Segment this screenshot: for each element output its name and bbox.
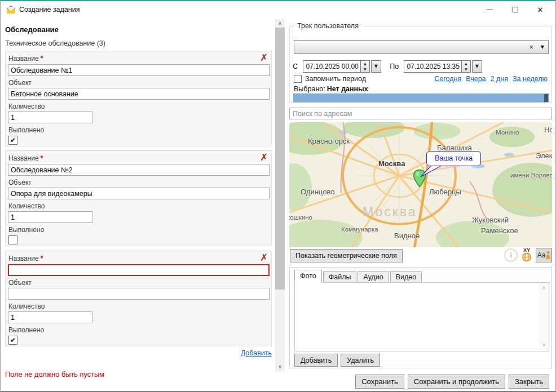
done-checkbox[interactable] (8, 235, 17, 244)
object-input[interactable] (8, 88, 270, 100)
link-yesterday[interactable]: Вчера (466, 75, 486, 83)
spin-up-icon: ▲ (361, 61, 369, 66)
name-input[interactable] (8, 164, 270, 176)
quantity-input[interactable] (8, 311, 92, 323)
done-checkbox[interactable]: ✔ (8, 336, 17, 345)
name-input-invalid[interactable] (8, 264, 270, 276)
scroll-down-icon[interactable]: ∨ (275, 363, 285, 372)
to-datetime-value: 07.10.2025 13:35 (404, 61, 461, 72)
to-label: По (390, 63, 399, 70)
survey-card-1: Название* ✗ Объект Количество Выполнено … (5, 51, 272, 146)
object-label: Объект (8, 179, 32, 186)
tab-photo[interactable]: Фото (294, 270, 322, 283)
name-label: Название* (8, 55, 43, 63)
groupbox-title: Трек пользователя (294, 22, 361, 30)
quantity-input[interactable] (8, 211, 92, 223)
required-asterisk: * (41, 154, 43, 162)
tab-audio[interactable]: Аудио (358, 271, 389, 283)
link-week[interactable]: За неделю (513, 75, 548, 83)
quantity-input[interactable] (8, 112, 92, 123)
tab-video[interactable]: Видео (390, 271, 422, 283)
required-asterisk: * (41, 255, 43, 262)
map-canvas[interactable]: Красногорск Реутов Москва Балашиха Монин… (289, 122, 552, 247)
tab-files[interactable]: Файлы (323, 271, 357, 283)
map-label: Элек (536, 152, 552, 160)
close-dialog-button[interactable]: Закрыть (509, 375, 549, 389)
scroll-up-icon[interactable]: ∧ (539, 284, 549, 293)
left-scrollbar[interactable]: ∧ ∨ (275, 19, 285, 372)
map-label: Одинцово (301, 188, 334, 196)
to-spinner[interactable]: ▲▼ (461, 61, 470, 72)
delete-card-icon[interactable]: ✗ (258, 52, 270, 63)
track-timeline-bar[interactable] (293, 93, 549, 103)
selected-value: Нет данных (327, 85, 368, 93)
object-label: Объект (8, 279, 32, 287)
name-input[interactable] (8, 64, 270, 76)
scroll-down-icon[interactable]: ∨ (539, 341, 549, 350)
map-label: Но (544, 126, 552, 134)
map-label: Видное (394, 231, 420, 240)
app-envelope-icon (6, 5, 16, 14)
user-combobox[interactable]: × ▼ (294, 40, 549, 54)
globe-icon (522, 252, 532, 262)
address-search-input[interactable] (289, 108, 552, 119)
scroll-up-icon[interactable]: ∧ (275, 19, 285, 28)
user-track-groupbox: Трек пользователя × ▼ С 07.10.2025 00:00… (289, 26, 552, 103)
info-icon[interactable]: i (504, 248, 518, 262)
delete-card-icon[interactable]: ✗ (258, 152, 270, 163)
save-and-continue-button[interactable]: Сохранить и продолжить (408, 375, 505, 389)
check-icon: ✔ (10, 336, 16, 344)
remember-period-label: Запомнить период (305, 75, 366, 83)
section-title: Обследование (5, 25, 59, 34)
combo-clear-icon[interactable]: × (529, 43, 533, 51)
subsection-title: Техническое обследование (3) (5, 39, 105, 47)
from-datetime-picker[interactable]: 07.10.2025 00:00 ▲▼ (303, 60, 369, 73)
done-label: Выполнено (8, 226, 44, 234)
map-label: Монино (496, 129, 519, 136)
attachment-tabs: Фото Файлы Аудио Видео (294, 270, 423, 283)
from-datetime-value: 07.10.2025 00:00 (303, 61, 360, 72)
your-point-tooltip: Ваша точка (426, 151, 481, 166)
to-datetime-picker[interactable]: 07.10.2025 13:35 ▲▼ (404, 60, 470, 73)
add-attachment-button[interactable]: Добавить (294, 354, 338, 367)
map-label: Коммунарка (341, 226, 378, 233)
attachments-box: Фото Файлы Аудио Видео ∧ ∨ Добавить Удал… (289, 267, 552, 368)
delete-attachment-button[interactable]: Удалить (341, 354, 380, 367)
attachment-scrollbar[interactable]: ∧ ∨ (539, 283, 549, 351)
done-checkbox[interactable]: ✔ (8, 136, 17, 145)
from-spinner[interactable]: ▲▼ (360, 61, 369, 72)
link-today[interactable]: Сегодня (434, 75, 461, 83)
create-task-dialog: Создание задания ✕ Обследование Техничес… (0, 0, 556, 392)
from-calendar-dropdown-icon[interactable]: ▼ (371, 60, 381, 73)
add-survey-link[interactable]: Добавить (241, 349, 272, 357)
done-label: Выполнено (8, 126, 44, 134)
to-calendar-dropdown-icon[interactable]: ▼ (472, 60, 482, 73)
photo-list-area[interactable]: ∧ ∨ (294, 282, 549, 351)
chevron-down-icon[interactable]: ▼ (541, 44, 544, 50)
remember-period-row: Запомнить период (294, 75, 366, 83)
show-geometry-fields-button[interactable]: Показать геометрические поля (290, 249, 403, 262)
save-button[interactable]: Сохранить (355, 375, 404, 389)
track-map-panel: Трек пользователя × ▼ С 07.10.2025 00:00… (289, 1, 553, 392)
delete-card-icon[interactable]: ✗ (258, 252, 270, 263)
survey-card-2: Название* ✗ Объект Количество Выполнено (5, 150, 272, 246)
window-title: Создание задания (19, 6, 80, 14)
scrollbar-thumb[interactable] (275, 28, 285, 289)
timeline-thumb[interactable] (544, 93, 549, 103)
xy-coordinates-icon[interactable]: XY (520, 248, 533, 262)
spin-down-icon: ▼ (462, 66, 470, 72)
remember-period-checkbox[interactable] (294, 75, 302, 83)
map-label: кошкино (289, 214, 312, 221)
survey-card-3: Название* ✗ Объект Количество Выполнено … (5, 251, 272, 346)
spin-up-icon: ▲ (462, 61, 470, 66)
location-pin-icon[interactable] (412, 169, 427, 188)
spin-down-icon: ▼ (361, 66, 369, 72)
object-input[interactable] (8, 188, 270, 199)
from-label: С (293, 63, 298, 70)
link-2days[interactable]: 2 дня (491, 75, 508, 83)
address-labels-button[interactable]: Aa (536, 248, 552, 262)
map-watermark: Москва (363, 204, 417, 220)
object-input[interactable] (8, 288, 270, 300)
name-label: Название* (8, 154, 43, 162)
quantity-label: Количество (8, 103, 45, 110)
